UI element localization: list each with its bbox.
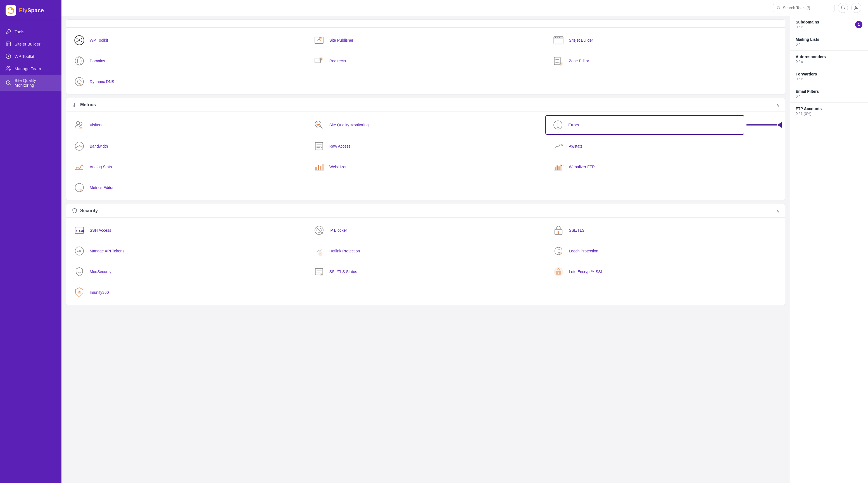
header [61, 0, 868, 16]
svg-point-9 [79, 39, 81, 41]
sidebar-item-tools[interactable]: Tools [0, 25, 61, 38]
tool-manage-api-tokens[interactable]: API Manage API Tokens [66, 241, 306, 261]
search-input[interactable] [783, 6, 831, 10]
main-wrapper: WP Toolkit Si [61, 0, 868, 483]
search-box[interactable] [773, 4, 835, 12]
security-section-header: Security ∧ [66, 204, 785, 218]
tool-awstats[interactable]: Awstats [545, 136, 785, 156]
svg-rect-48 [558, 166, 560, 170]
bell-icon [840, 5, 845, 10]
svg-point-12 [76, 41, 78, 42]
logo: ElySpace [0, 0, 61, 21]
user-icon [854, 5, 859, 10]
tool-site-quality-monitoring[interactable]: Site Quality Monitoring [306, 114, 546, 136]
security-collapse-button[interactable]: ∧ [776, 208, 779, 214]
tool-leech-protection[interactable]: Leech Protection [545, 241, 785, 261]
tool-bandwidth[interactable]: Bandwidth [66, 136, 306, 156]
svg-rect-45 [322, 164, 323, 170]
tool-manage-api-tokens-label: Manage API Tokens [90, 249, 124, 253]
right-panel-ftp-accounts[interactable]: FTP Accounts 0 / 1 (0%) [790, 102, 868, 120]
tool-sitejet-builder-label: Sitejet Builder [569, 38, 593, 42]
metrics-tools-grid: Visitors Site [66, 112, 785, 200]
tool-metrics-editor-label: Metrics Editor [90, 185, 114, 190]
tool-sitejet-builder[interactable]: Sitejet Builder [545, 30, 785, 51]
svg-point-19 [557, 37, 558, 38]
metrics-icon [72, 102, 78, 108]
domains-grid: WP Toolkit Si [66, 28, 785, 94]
leech-protection-icon [552, 245, 565, 258]
tool-visitors-label: Visitors [90, 123, 102, 127]
sidebar-item-sitequality[interactable]: Site Quality Monitoring [0, 74, 61, 91]
tool-raw-access-label: Raw Access [330, 144, 351, 148]
metrics-section-title: Metrics [80, 102, 96, 107]
tool-leech-protection-label: Leech Protection [569, 249, 598, 253]
tool-domains-label: Domains [90, 59, 105, 63]
wp-toolkit-icon [73, 34, 86, 47]
tool-ssl-tls-status[interactable]: SSL/TLS Status [306, 261, 546, 282]
right-panel-email-filters[interactable]: Email Filters 0 / ∞ [790, 85, 868, 102]
tool-zone-editor[interactable]: Zone Editor [545, 51, 785, 71]
redirects-icon [313, 55, 326, 67]
tool-dynamic-dns[interactable]: Dynamic DNS [66, 71, 306, 92]
right-panel-forwarders[interactable]: Forwarders 0 / ∞ [790, 68, 868, 85]
domains-icon [73, 55, 86, 67]
sidebar-item-tools-label: Tools [14, 29, 24, 34]
errors-arrow [746, 122, 782, 128]
tool-metrics-editor[interactable]: Metrics Editor [66, 177, 306, 198]
search-icon [777, 6, 780, 10]
sidebar-item-sitequality-label: Site Quality Monitoring [14, 78, 56, 88]
ftp-accounts-value: 0 / 1 (0%) [796, 112, 862, 116]
metrics-section: Metrics ∧ [66, 98, 785, 201]
ftp-accounts-label: FTP Accounts [796, 107, 862, 111]
svg-text:>_SSH: >_SSH [76, 229, 84, 232]
tool-imunify360[interactable]: Imunify360 [66, 282, 306, 303]
tool-modsecurity[interactable]: MOD ModSecurity [66, 261, 306, 282]
sidebar-item-manageteam[interactable]: Manage Team [0, 62, 61, 74]
ip-blocker-icon [313, 224, 326, 237]
subdomains-value: 0 / ∞ [796, 25, 855, 29]
metrics-section-header: Metrics ∧ [66, 98, 785, 112]
domains-section-header [66, 20, 785, 28]
tool-lets-encrypt-ssl[interactable]: Lets Encrypt™ SSL [545, 261, 785, 282]
tool-webalizer-ftp[interactable]: FTP Webalizer FTP [545, 156, 785, 177]
svg-point-13 [81, 41, 82, 42]
sidebar-item-sitejet[interactable]: Sitejet Builder [0, 38, 61, 50]
forwarders-value: 0 / ∞ [796, 77, 862, 81]
svg-rect-43 [318, 165, 319, 170]
tool-errors[interactable]: Errors [545, 115, 744, 135]
tool-hotlink-protection[interactable]: Hotlink Protection [306, 241, 546, 261]
tool-redirects-label: Redirects [330, 59, 346, 63]
email-filters-label: Email Filters [796, 89, 862, 94]
email-filters-text: Email Filters 0 / ∞ [796, 89, 862, 98]
tool-ip-blocker[interactable]: IP Blocker [306, 220, 546, 241]
tool-ssh-access[interactable]: >_SSH SSH Access [66, 220, 306, 241]
tool-bandwidth-label: Bandwidth [90, 144, 108, 148]
right-panel: Subdomains 0 / ∞ 1 Mailing Lists 0 / ∞ A… [790, 16, 868, 483]
svg-point-10 [76, 38, 78, 39]
tool-redirects[interactable]: Redirects [306, 51, 546, 71]
tool-imunify360-label: Imunify360 [90, 290, 109, 295]
tool-webalizer[interactable]: Webalizer [306, 156, 546, 177]
right-panel-mailing-lists[interactable]: Mailing Lists 0 / ∞ [790, 33, 868, 51]
right-panel-subdomains[interactable]: Subdomains 0 / ∞ 1 [790, 16, 868, 33]
main-panel: WP Toolkit Si [61, 16, 790, 483]
tool-wp-toolkit[interactable]: WP Toolkit [66, 30, 306, 51]
svg-point-33 [79, 122, 82, 125]
sidebar-item-wptoolkit-label: WP Toolkit [14, 54, 34, 59]
right-panel-autoresponders[interactable]: Autoresponders 0 / ∞ [790, 51, 868, 68]
notification-button[interactable] [838, 3, 848, 13]
tool-analog-stats[interactable]: Analog Stats [66, 156, 306, 177]
user-button[interactable] [851, 3, 861, 13]
content-area: WP Toolkit Si [61, 16, 868, 483]
tool-site-publisher[interactable]: Site Publisher [306, 30, 546, 51]
sidebar-item-wptoolkit[interactable]: WP Toolkit [0, 50, 61, 62]
metrics-title: Metrics [72, 102, 96, 108]
subdomains-badge: 1 [855, 21, 862, 28]
tool-visitors[interactable]: Visitors [66, 114, 306, 136]
lets-encrypt-ssl-icon [552, 265, 565, 278]
tool-raw-access[interactable]: Raw Access [306, 136, 546, 156]
tool-domains[interactable]: Domains [66, 51, 306, 71]
security-tools-grid: >_SSH SSH Access [66, 218, 785, 305]
tool-ssl-tls[interactable]: SSL/TLS [545, 220, 785, 241]
metrics-collapse-button[interactable]: ∧ [776, 102, 779, 108]
